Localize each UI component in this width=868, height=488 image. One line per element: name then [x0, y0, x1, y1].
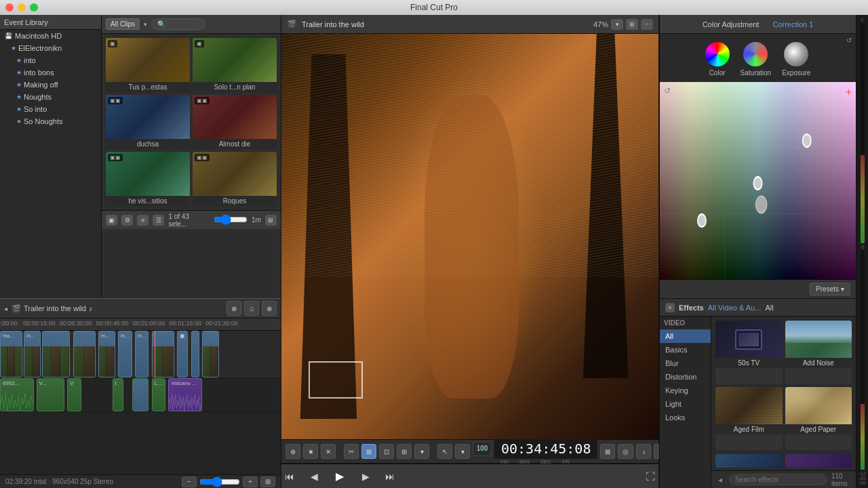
library-item-intobons[interactable]: ★ into bons — [0, 66, 101, 79]
library-item-noughts[interactable]: ★ Noughts — [0, 91, 101, 103]
list-item[interactable]: ▣ Solo t...n plan — [193, 38, 277, 92]
curve-point-1[interactable] — [698, 214, 706, 227]
fullscreen-btn[interactable]: ⛶ — [642, 468, 658, 485]
list-item[interactable]: ▣ Tus p...estas — [106, 38, 190, 92]
fit-btn[interactable]: ⊞ — [260, 476, 275, 487]
overwrite-btn[interactable]: ⊠ — [361, 444, 376, 459]
effects-category-light[interactable]: Light — [660, 397, 711, 411]
view-options-btn[interactable]: ⊞ — [626, 19, 638, 30]
clips-search-input[interactable] — [151, 18, 205, 30]
curve-point-2[interactable] — [753, 177, 762, 190]
curve-add-icon[interactable]: + — [846, 86, 852, 98]
favorite-btn[interactable]: ★ — [303, 444, 318, 459]
effect-card-50stv[interactable]: 50s TV — [715, 321, 782, 384]
library-item-sointo[interactable]: ★ So into — [0, 103, 101, 115]
timeline-btn-1[interactable]: ⊕ — [226, 301, 241, 316]
list-item[interactable]: ▣▣ Almost die — [193, 95, 277, 149]
close-button[interactable] — [5, 3, 14, 12]
audio-clip-block[interactable] — [132, 378, 149, 411]
play-button[interactable]: ▶ — [330, 467, 349, 486]
effects-search-input[interactable] — [729, 474, 827, 485]
effect-card-partial-2[interactable] — [785, 454, 852, 468]
effects-close-btn[interactable]: ✕ — [665, 303, 675, 312]
library-item-into[interactable]: ★ into — [0, 54, 101, 66]
effects-category-basics[interactable]: Basics — [660, 343, 711, 357]
maximize-button[interactable] — [30, 3, 38, 12]
zoom-out-btn[interactable]: − — [182, 476, 197, 487]
effects-tab[interactable]: All — [765, 304, 773, 312]
audio-clip-block[interactable]: I — [113, 378, 124, 411]
blade-tool-btn[interactable]: ✂ — [344, 444, 359, 459]
zoom-in-btn[interactable]: + — [243, 476, 258, 487]
add-to-timeline-btn[interactable]: ⊕ — [285, 444, 300, 459]
color-tool-exposure[interactable]: Exposure — [782, 42, 810, 77]
clip-block[interactable] — [202, 331, 219, 378]
list-item[interactable]: ▣▣ Roques — [193, 152, 277, 206]
transform-btn[interactable]: ⊠ — [600, 444, 615, 459]
clip-block[interactable]: ▣ — [177, 331, 189, 378]
curve-point-4[interactable] — [755, 196, 767, 213]
go-to-start-btn[interactable]: ⏮ — [281, 468, 298, 485]
timeline-zoom-slider[interactable] — [199, 476, 240, 487]
curve-reset-icon[interactable]: ↺ — [664, 86, 671, 96]
clip-block[interactable] — [73, 331, 96, 378]
library-item-root[interactable]: 💾 Macintosh HD — [0, 30, 101, 42]
reject-btn[interactable]: ✕ — [321, 444, 336, 459]
correction-label[interactable]: Correction 1 — [772, 20, 813, 28]
effects-collapse-btn[interactable]: ◂ — [715, 473, 725, 487]
clips-layout-btn-3[interactable]: ☰ — [153, 215, 164, 226]
select-tool-btn[interactable]: ↖ — [437, 444, 452, 459]
clip-block[interactable]: Ha... — [0, 331, 22, 378]
all-clips-button[interactable]: All Clips — [106, 18, 140, 30]
audio-clip-block[interactable]: Volcano choir — [168, 378, 202, 411]
prev-frame-btn[interactable]: ◀ — [306, 468, 322, 485]
list-item[interactable]: ▣▣ duchsa — [106, 95, 190, 149]
insert-btn[interactable]: ⊡ — [379, 444, 394, 459]
library-item-makingoff[interactable]: ★ Making off — [0, 79, 101, 91]
effects-category-keying[interactable]: Keying — [660, 384, 711, 397]
clips-layout-btn-2[interactable]: ≡ — [137, 215, 149, 226]
clips-expand-btn[interactable]: ⊞ — [265, 215, 277, 226]
music-btn[interactable]: ♪ — [636, 444, 651, 459]
clip-block[interactable]: H... — [118, 331, 132, 378]
effect-card-agedfilm[interactable]: Aged Film — [715, 387, 782, 451]
audio-clip-block[interactable]: V... — [37, 378, 64, 411]
effects-all-video-label[interactable]: All Video & Au... — [708, 304, 762, 312]
audio-clip-block[interactable]: LLocs — [152, 378, 166, 411]
tool-dropdown-btn[interactable]: ▾ — [455, 444, 470, 459]
timeline-collapse-btn[interactable]: ◂ — [4, 305, 7, 312]
effect-card-partial-1[interactable] — [715, 454, 782, 468]
clip-block[interactable] — [152, 331, 174, 378]
library-item-electronikh[interactable]: ★ ElElectronikn — [0, 42, 101, 54]
effects-category-distortion[interactable]: Distortion — [660, 370, 711, 384]
next-frame-btn[interactable]: ▶ — [357, 468, 374, 485]
effect-card-addnoise[interactable]: Add Noise — [785, 321, 852, 384]
preview-settings-btn[interactable]: ⋯ — [641, 19, 653, 30]
audio-clip-block[interactable]: V — [67, 378, 81, 411]
effects-category-looks[interactable]: Looks — [660, 411, 711, 424]
clip-block[interactable] — [42, 331, 70, 378]
clips-layout-btn-1[interactable]: ▣ — [106, 215, 117, 226]
dropdown-btn[interactable]: ▾ — [414, 444, 429, 459]
clip-block[interactable]: H... — [135, 331, 149, 378]
library-item-sonoughts[interactable]: ★ So Noughts — [0, 115, 101, 127]
color-tool-color[interactable]: Color — [705, 42, 730, 77]
effects-category-all[interactable]: All — [660, 329, 711, 343]
clip-block[interactable] — [191, 331, 199, 378]
audio-clip-block[interactable]: 6952... — [0, 378, 34, 411]
settings-button[interactable]: ⚙ — [121, 215, 133, 226]
clip-block[interactable]: H... — [24, 331, 41, 378]
timeline-btn-3[interactable]: ⊕ — [262, 301, 277, 316]
list-item[interactable]: ▣▣ he vis...sitios — [106, 152, 190, 206]
reset-color-btn[interactable]: ↺ — [846, 37, 852, 44]
go-to-end-btn[interactable]: ⏭ — [382, 468, 398, 485]
clip-block[interactable]: H... — [98, 331, 115, 378]
timeline-btn-2[interactable]: ♫ — [244, 301, 259, 316]
zoom-dropdown-btn[interactable]: ▾ — [611, 19, 623, 30]
effect-card-agedpaper[interactable]: Aged Paper — [785, 387, 852, 451]
connect-btn[interactable]: ⊞ — [397, 444, 412, 459]
effects-category-blur[interactable]: Blur — [660, 357, 711, 370]
curve-point-3[interactable] — [803, 134, 811, 147]
zoom-slider[interactable] — [214, 214, 248, 225]
color-tool-saturation[interactable]: Saturation — [741, 42, 772, 77]
